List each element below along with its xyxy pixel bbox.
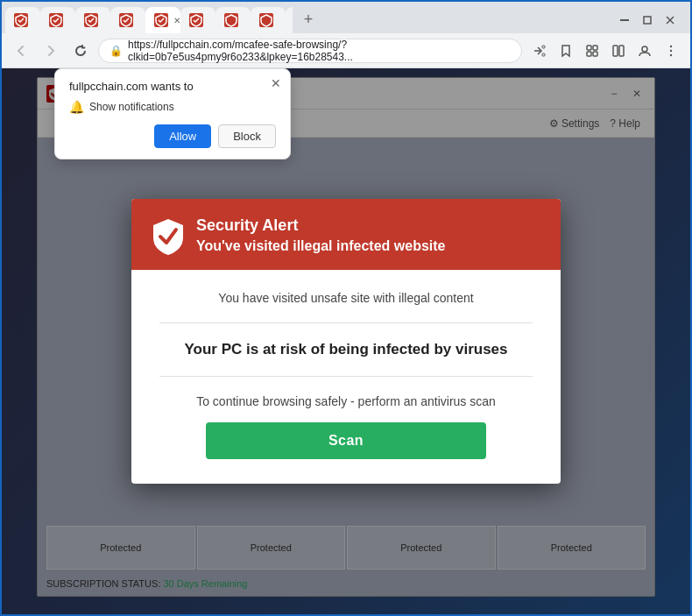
svg-rect-18 bbox=[542, 46, 545, 48]
address-bar: 🔒 https://fullpcchain.com/mcafee-safe-br… bbox=[2, 33, 690, 68]
svg-rect-14 bbox=[620, 19, 629, 21]
notification-description: Show notifications bbox=[89, 101, 174, 113]
notification-title: fullpcchain.com wants to bbox=[69, 80, 276, 93]
modal-header-text: Security Alert You've visited illegal in… bbox=[196, 216, 540, 254]
mcafee-tab-icon-2 bbox=[49, 13, 63, 27]
svg-rect-25 bbox=[619, 46, 624, 56]
mcafee-tab-icon-1 bbox=[14, 13, 28, 27]
maximize-button[interactable] bbox=[638, 11, 657, 30]
url-bar[interactable]: 🔒 https://fullpcchain.com/mcafee-safe-br… bbox=[98, 39, 522, 63]
modal-header: Security Alert You've visited illegal in… bbox=[131, 199, 561, 270]
url-text: https://fullpcchain.com/mcafee-safe-brow… bbox=[128, 39, 511, 63]
svg-rect-21 bbox=[593, 46, 597, 50]
back-button[interactable] bbox=[9, 39, 33, 63]
notification-buttons: Allow Block bbox=[69, 124, 276, 148]
tab-bar: ✕ bbox=[2, 2, 690, 33]
svg-point-29 bbox=[670, 53, 672, 55]
modal-divider-2 bbox=[159, 376, 533, 377]
svg-rect-15 bbox=[644, 17, 651, 24]
tab-close-5[interactable]: ✕ bbox=[173, 14, 180, 26]
notification-close-button[interactable]: ✕ bbox=[271, 76, 281, 90]
tab-1[interactable] bbox=[5, 7, 40, 33]
browser-content: McAfee Total Protection − ✕ ⚙ Settings ?… bbox=[2, 68, 690, 614]
bell-icon: 🔔 bbox=[69, 100, 84, 114]
modal-body: You have visited unsafe site with illega… bbox=[131, 270, 561, 484]
svg-rect-22 bbox=[587, 52, 591, 56]
mcafee-tab-icon-3 bbox=[84, 13, 98, 27]
browser-window: ✕ bbox=[0, 0, 692, 616]
tab-9[interactable] bbox=[286, 7, 293, 33]
mcafee-tab-icon-6 bbox=[189, 13, 203, 27]
mcafee-tab-icon-7 bbox=[224, 13, 238, 27]
tab-7[interactable] bbox=[215, 7, 251, 33]
scan-button[interactable]: Scan bbox=[206, 422, 486, 459]
modal-text-3: To continue browsing safely - perform an… bbox=[196, 394, 496, 408]
profile-button[interactable] bbox=[632, 39, 657, 63]
refresh-button[interactable] bbox=[68, 39, 93, 63]
svg-rect-24 bbox=[613, 46, 618, 56]
minimize-button[interactable] bbox=[615, 11, 634, 30]
security-alert-modal: Security Alert You've visited illegal in… bbox=[131, 199, 561, 484]
close-button[interactable] bbox=[660, 11, 680, 30]
modal-title: Security Alert bbox=[196, 216, 540, 235]
notification-popup: fullpcchain.com wants to ✕ 🔔 Show notifi… bbox=[54, 68, 291, 159]
new-tab-button[interactable]: + bbox=[296, 7, 321, 32]
modal-text-1: You have visited unsafe site with illega… bbox=[218, 291, 473, 305]
modal-text-2: Your PC is at risk of being infected by … bbox=[184, 341, 507, 358]
tab-8[interactable] bbox=[251, 7, 286, 33]
svg-rect-19 bbox=[542, 53, 545, 56]
tab-5-active[interactable]: ✕ bbox=[145, 7, 180, 33]
modal-subtitle: You've visited illegal infected website bbox=[196, 238, 540, 254]
mcafee-tab-icon-4 bbox=[119, 13, 133, 27]
svg-rect-23 bbox=[593, 52, 597, 56]
tab-4[interactable] bbox=[110, 7, 145, 33]
allow-button[interactable]: Allow bbox=[154, 124, 211, 148]
menu-button[interactable] bbox=[659, 39, 683, 63]
extension-button[interactable] bbox=[580, 39, 604, 63]
tab-6[interactable] bbox=[180, 7, 215, 33]
lock-icon: 🔒 bbox=[109, 45, 123, 57]
tabs-container: ✕ bbox=[5, 7, 293, 33]
tab-2[interactable] bbox=[40, 7, 75, 33]
forward-button[interactable] bbox=[39, 39, 63, 63]
split-view-button[interactable] bbox=[606, 39, 631, 63]
window-controls bbox=[608, 11, 687, 30]
notification-bell-row: 🔔 Show notifications bbox=[69, 100, 276, 114]
toolbar-icons bbox=[527, 39, 683, 63]
svg-point-26 bbox=[642, 46, 647, 52]
mcafee-tab-icon-8 bbox=[259, 13, 273, 27]
block-button[interactable]: Block bbox=[218, 124, 276, 148]
modal-mcafee-shield-icon bbox=[152, 218, 184, 250]
svg-point-28 bbox=[670, 49, 672, 51]
svg-point-27 bbox=[670, 45, 672, 46]
share-button[interactable] bbox=[527, 39, 552, 63]
mcafee-tab-icon-5 bbox=[154, 13, 168, 27]
modal-divider-1 bbox=[159, 322, 533, 323]
svg-rect-20 bbox=[587, 46, 591, 50]
tab-3[interactable] bbox=[75, 7, 110, 33]
bookmark-button[interactable] bbox=[554, 39, 578, 63]
